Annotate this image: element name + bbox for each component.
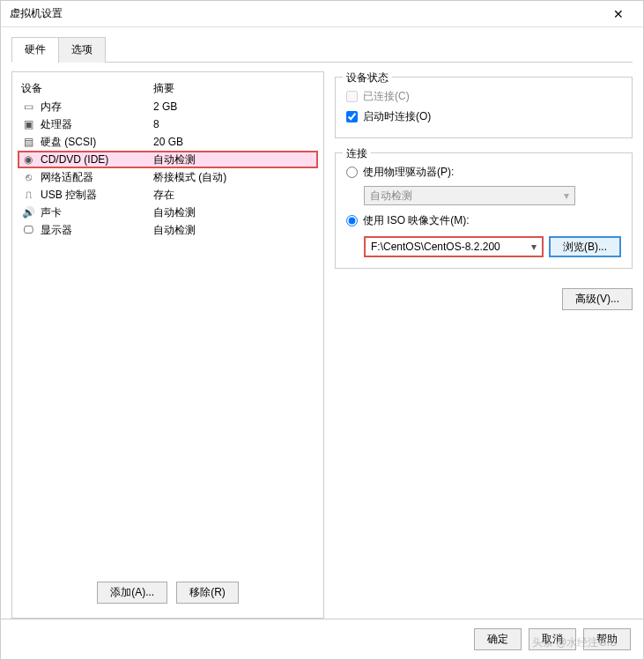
hw-label: 显示器 <box>41 223 153 238</box>
dialog-footer: 确定 取消 帮助 头条 @水经注GIS <box>1 619 643 659</box>
hw-label: 硬盘 (SCSI) <box>41 135 153 150</box>
browse-button[interactable]: 浏览(B)... <box>549 236 621 257</box>
cpu-icon: ▣ <box>21 117 35 131</box>
iso-label: 使用 ISO 映像文件(M): <box>363 213 470 228</box>
hardware-buttons: 添加(A)... 移除(R) <box>18 575 318 611</box>
hw-summary: 存在 <box>153 188 315 203</box>
iso-radio-row[interactable]: 使用 ISO 映像文件(M): <box>346 211 621 231</box>
hw-label: 声卡 <box>41 205 153 220</box>
advanced-row: 高级(V)... <box>335 288 633 310</box>
dropdown-value: 自动检测 <box>370 189 412 204</box>
cancel-button[interactable]: 取消 <box>529 628 576 650</box>
iso-row: F:\CentOS\CentOS-8.2.200 浏览(B)... <box>364 236 621 257</box>
tab-options[interactable]: 选项 <box>58 37 106 63</box>
physical-drive-label: 使用物理驱动器(P): <box>363 165 454 180</box>
hw-label: CD/DVD (IDE) <box>41 153 153 166</box>
header-device: 设备 <box>21 81 153 96</box>
usb-icon: ⎍ <box>21 188 35 202</box>
group-title: 连接 <box>343 146 371 161</box>
panels: 设备 摘要 ▭ 内存 2 GB ▣ 处理器 8 ▤ 硬盘 (SCSI) 20 G… <box>11 63 633 619</box>
hw-label: 网络适配器 <box>41 170 153 185</box>
hw-summary: 8 <box>153 118 315 130</box>
hw-row-network[interactable]: ⎋ 网络适配器 桥接模式 (自动) <box>18 168 318 186</box>
tab-hardware[interactable]: 硬件 <box>11 37 59 63</box>
iso-path-value: F:\CentOS\CentOS-8.2.200 <box>371 241 500 253</box>
iso-radio[interactable] <box>346 215 358 226</box>
add-button[interactable]: 添加(A)... <box>97 582 167 604</box>
hw-row-display[interactable]: 🖵 显示器 自动检测 <box>18 221 318 239</box>
connected-label: 已连接(C) <box>363 89 410 104</box>
physical-drive-radio[interactable] <box>346 167 358 178</box>
hw-summary: 2 GB <box>153 100 315 113</box>
disk-icon: ▤ <box>21 135 35 149</box>
connect-at-poweron-label: 启动时连接(O) <box>363 109 431 124</box>
settings-window: 虚拟机设置 ✕ 硬件 选项 设备 摘要 ▭ 内存 2 GB ▣ <box>0 0 644 660</box>
hw-summary: 自动检测 <box>153 223 315 238</box>
display-icon: 🖵 <box>21 223 35 237</box>
hw-row-memory[interactable]: ▭ 内存 2 GB <box>18 98 318 115</box>
hw-label: 处理器 <box>41 117 153 132</box>
hw-row-sound[interactable]: 🔊 声卡 自动检测 <box>18 204 318 221</box>
titlebar: 虚拟机设置 ✕ <box>1 1 643 27</box>
hardware-list-panel: 设备 摘要 ▭ 内存 2 GB ▣ 处理器 8 ▤ 硬盘 (SCSI) 20 G… <box>11 71 324 619</box>
hw-row-cpu[interactable]: ▣ 处理器 8 <box>18 115 318 133</box>
hw-row-disk[interactable]: ▤ 硬盘 (SCSI) 20 GB <box>18 133 318 151</box>
hw-summary: 20 GB <box>153 136 315 148</box>
hw-summary: 自动检测 <box>153 205 315 220</box>
tab-strip: 硬件 选项 <box>11 36 633 63</box>
device-detail-panel: 设备状态 已连接(C) 启动时连接(O) 连接 使用物理驱动器(P): <box>335 71 633 619</box>
hw-row-usb[interactable]: ⎍ USB 控制器 存在 <box>18 186 318 204</box>
cd-icon: ◉ <box>21 152 35 167</box>
content: 硬件 选项 设备 摘要 ▭ 内存 2 GB ▣ 处理器 8 <box>1 27 643 619</box>
hw-label: USB 控制器 <box>41 188 153 203</box>
physical-drive-radio-row[interactable]: 使用物理驱动器(P): <box>346 162 621 182</box>
remove-button[interactable]: 移除(R) <box>176 582 239 604</box>
hw-summary: 桥接模式 (自动) <box>153 170 315 185</box>
device-status-group: 设备状态 已连接(C) 启动时连接(O) <box>335 77 633 138</box>
window-title: 虚拟机设置 <box>10 6 63 21</box>
connected-checkbox <box>346 91 358 102</box>
physical-drive-dropdown: 自动检测 <box>364 186 575 205</box>
help-button[interactable]: 帮助 <box>583 628 631 650</box>
connection-group: 连接 使用物理驱动器(P): 自动检测 使用 ISO 映像文件(M): <box>335 152 633 269</box>
hw-label: 内存 <box>41 100 153 115</box>
connected-checkbox-row: 已连接(C) <box>346 86 621 107</box>
connect-at-poweron-checkbox[interactable] <box>346 111 358 122</box>
advanced-button[interactable]: 高级(V)... <box>562 288 633 310</box>
hw-row-cddvd[interactable]: ◉ CD/DVD (IDE) 自动检测 <box>18 151 318 168</box>
group-title: 设备状态 <box>343 70 392 85</box>
hardware-table-header: 设备 摘要 <box>18 79 318 98</box>
hw-summary: 自动检测 <box>153 152 315 167</box>
connect-at-poweron-row[interactable]: 启动时连接(O) <box>346 107 621 127</box>
network-icon: ⎋ <box>21 170 35 184</box>
ok-button[interactable]: 确定 <box>474 628 522 650</box>
close-button[interactable]: ✕ <box>601 2 636 26</box>
sound-icon: 🔊 <box>21 205 35 219</box>
header-summary: 摘要 <box>153 81 315 96</box>
iso-path-input[interactable]: F:\CentOS\CentOS-8.2.200 <box>364 236 544 257</box>
memory-icon: ▭ <box>21 100 35 114</box>
